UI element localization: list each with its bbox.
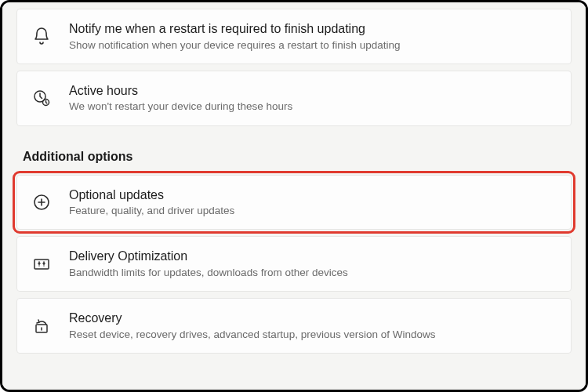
- row-texts: Notify me when a restart is required to …: [69, 20, 557, 53]
- row-title: Notify me when a restart is required to …: [69, 20, 557, 38]
- row-texts: Optional updates Feature, quality, and d…: [69, 187, 557, 219]
- row-subtitle: We won't restart your device during thes…: [69, 100, 557, 114]
- row-recovery[interactable]: Recovery Reset device, recovery drives, …: [16, 298, 572, 354]
- row-texts: Active hours We won't restart your devic…: [69, 82, 557, 114]
- row-subtitle: Bandwidth limits for updates, downloads …: [69, 266, 557, 280]
- plus-circle-icon: [31, 192, 52, 212]
- row-subtitle: Feature, quality, and driver updates: [69, 204, 557, 218]
- section-label-additional-options: Additional options: [23, 150, 572, 164]
- row-active-hours[interactable]: Active hours We won't restart your devic…: [16, 71, 572, 126]
- row-texts: Recovery Reset device, recovery drives, …: [69, 310, 557, 342]
- row-delivery-optimization[interactable]: Delivery Optimization Bandwidth limits f…: [16, 236, 572, 292]
- row-title: Recovery: [69, 310, 557, 327]
- row-subtitle: Reset device, recovery drives, advanced …: [69, 328, 557, 342]
- settings-panel: Notify me when a restart is required to …: [2, 2, 586, 390]
- highlight-box: Optional updates Feature, quality, and d…: [16, 175, 572, 230]
- row-texts: Delivery Optimization Bandwidth limits f…: [69, 248, 557, 280]
- row-subtitle: Show notification when your device requi…: [69, 38, 557, 53]
- row-title: Optional updates: [69, 187, 557, 204]
- svg-rect-3: [34, 260, 49, 269]
- recovery-icon: [31, 316, 52, 336]
- row-optional-updates[interactable]: Optional updates Feature, quality, and d…: [16, 175, 572, 230]
- row-notify-restart[interactable]: Notify me when a restart is required to …: [16, 9, 572, 64]
- row-title: Active hours: [69, 82, 557, 100]
- bell-icon: [31, 26, 52, 46]
- download-box-icon: [31, 254, 52, 274]
- row-title: Delivery Optimization: [69, 248, 557, 265]
- clock-gear-icon: [31, 88, 52, 108]
